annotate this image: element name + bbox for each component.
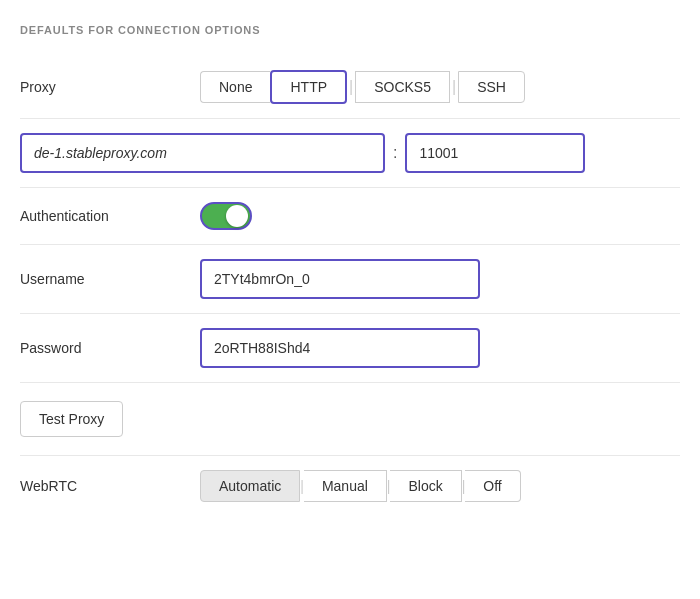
- webrtc-label: WebRTC: [20, 478, 200, 494]
- webrtc-btn-block[interactable]: Block: [390, 470, 461, 502]
- host-input[interactable]: [20, 133, 385, 173]
- username-control: [200, 259, 680, 299]
- webrtc-control: Automatic | Manual | Block | Off: [200, 470, 680, 502]
- test-proxy-row: Test Proxy: [20, 383, 680, 456]
- proxy-row: Proxy None HTTP | SOCKS5 | SSH: [20, 56, 680, 119]
- host-port-colon: :: [393, 144, 397, 162]
- password-row: Password: [20, 314, 680, 383]
- section-title: DEFAULTS FOR CONNECTION OPTIONS: [20, 24, 680, 36]
- port-input[interactable]: [405, 133, 585, 173]
- proxy-btn-none[interactable]: None: [200, 71, 270, 103]
- username-input[interactable]: [200, 259, 480, 299]
- webrtc-btn-off[interactable]: Off: [465, 470, 520, 502]
- authentication-label: Authentication: [20, 208, 200, 224]
- webrtc-btn-manual[interactable]: Manual: [304, 470, 387, 502]
- authentication-toggle[interactable]: [200, 202, 252, 230]
- proxy-label: Proxy: [20, 79, 200, 95]
- test-proxy-button[interactable]: Test Proxy: [20, 401, 123, 437]
- authentication-row: Authentication: [20, 188, 680, 245]
- webrtc-row: WebRTC Automatic | Manual | Block | Off: [20, 456, 680, 516]
- proxy-separator-2: |: [452, 78, 456, 96]
- proxy-btn-http[interactable]: HTTP: [270, 70, 347, 104]
- proxy-type-control: None HTTP | SOCKS5 | SSH: [200, 70, 680, 104]
- password-control: [200, 328, 680, 368]
- username-label: Username: [20, 271, 200, 287]
- password-label: Password: [20, 340, 200, 356]
- username-row: Username: [20, 245, 680, 314]
- webrtc-group: Automatic | Manual | Block | Off: [200, 470, 521, 502]
- toggle-knob: [226, 205, 248, 227]
- webrtc-btn-automatic[interactable]: Automatic: [200, 470, 300, 502]
- password-input[interactable]: [200, 328, 480, 368]
- host-port-row: :: [20, 119, 680, 188]
- proxy-type-group: None HTTP | SOCKS5 | SSH: [200, 70, 525, 104]
- proxy-separator-1: |: [349, 78, 353, 96]
- authentication-control: [200, 202, 680, 230]
- proxy-btn-ssh[interactable]: SSH: [458, 71, 525, 103]
- proxy-btn-socks5[interactable]: SOCKS5: [355, 71, 450, 103]
